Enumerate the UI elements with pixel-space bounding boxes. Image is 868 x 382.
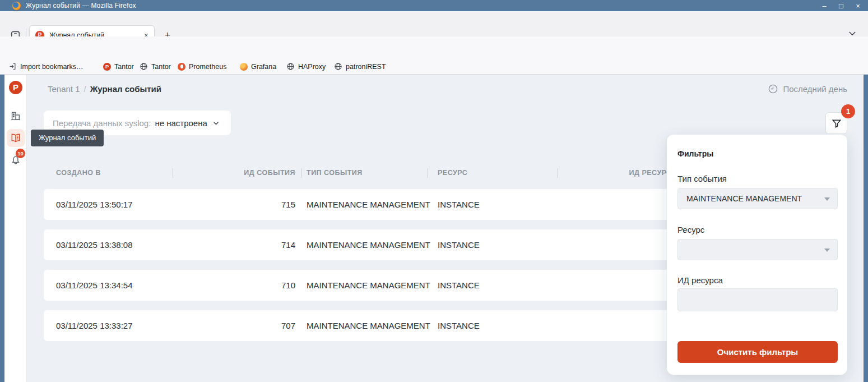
column-separator [301,168,301,178]
cell-resource: INSTANCE [438,189,527,220]
bookmark-label: HAProxy [298,63,326,71]
cell-event-type: MAINTENANCE MANAGEMENT [307,229,435,260]
breadcrumb: Tenant 1 / Журнал событий [48,84,161,94]
desktop-edge-left [0,75,4,382]
cell-event-id: 707 [178,310,295,341]
period-selector[interactable]: Последний день [768,84,847,94]
triangle-down-icon [824,248,830,252]
event-type-value: MAINTENANCE MANAGEMENT [678,188,837,209]
cell-event-type: MAINTENANCE MANAGEMENT [307,310,435,341]
bookmark-label: Import bookmarks… [20,63,83,71]
prometheus-icon [178,63,185,71]
resource-id-input[interactable] [677,288,838,311]
tantor-logo[interactable]: P [9,81,22,94]
tab-bar: P Журнал событий × + [0,11,868,36]
notification-badge: 10 [16,149,25,158]
event-type-select[interactable]: MAINTENANCE MANAGEMENT [677,188,838,209]
bookmark-patronirest[interactable]: patroniREST [334,59,386,74]
resource-id-label: ИД ресурса [677,275,838,285]
funnel-icon [831,118,842,129]
bookmark-label: Grafana [251,63,276,71]
resource-label: Ресурс [677,225,838,234]
window-maximize-button[interactable]: □ [837,2,846,10]
app-sidebar: P 10 [4,75,27,382]
window-titlebar: Журнал событий — Mozilla Firefox – □ × [0,0,868,11]
event-type-label: Тип события [677,174,838,183]
import-icon [8,62,17,71]
cell-event-type: MAINTENANCE MANAGEMENT [307,189,435,220]
column-header-created[interactable]: СОЗДАНО В [56,165,168,181]
firefox-logo-icon [12,2,21,10]
sidebar-tooltip: Журнал событий [31,130,104,146]
syslog-label: Передача данных syslog: [53,118,151,128]
globe-icon [334,62,342,71]
bookmarks-bar: Import bookmarks… P Tantor Tantor Promet… [0,59,868,75]
cell-event-id: 715 [178,189,295,220]
cell-event-type: MAINTENANCE MANAGEMENT [307,270,435,301]
column-header-event-id[interactable]: ИД СОБЫТИЯ [178,165,295,181]
navigation-toolbar: ← → ↻ ⌂ https://education.tantorlabs.ru/… [0,36,868,59]
grafana-icon [240,63,248,71]
cell-created: 03/11/2025 13:34:54 [56,270,168,301]
sidebar-item-tenants[interactable] [10,109,22,122]
cell-created: 03/11/2025 13:50:17 [56,189,168,220]
desktop-edge-right [864,75,868,382]
journal-book-icon [10,132,21,144]
bookmark-label: patroniREST [346,63,386,71]
column-separator [558,168,558,178]
bookmark-haproxy[interactable]: HAProxy [286,59,326,74]
cell-created: 03/11/2025 13:33:27 [56,310,168,341]
window-minimize-button[interactable]: – [820,2,829,10]
bookmark-label: Tantor [114,63,134,71]
column-header-resource[interactable]: РЕСУРС [438,165,527,181]
filter-panel: Фильтры Тип события MAINTENANCE MANAGEME… [667,135,847,375]
building-icon [10,109,22,122]
window-title: Журнал событий — Mozilla Firefox [26,2,136,10]
bookmark-label: Prometheus [189,63,226,71]
bookmark-grafana[interactable]: Grafana [240,59,276,74]
window-close-button[interactable]: × [853,2,862,10]
filter-count-badge: 1 [841,104,855,118]
chevron-down-icon [212,119,220,127]
resource-select[interactable] [677,239,838,260]
bookmark-prometheus[interactable]: Prometheus [178,59,226,74]
bookmark-label: Tantor [151,63,171,71]
bookmark-import[interactable]: Import bookmarks… [8,59,83,74]
column-separator [173,168,173,178]
sidebar-item-events-active[interactable] [7,129,25,147]
clock-icon [768,84,778,94]
tantor-icon: P [103,63,111,71]
clear-filters-button[interactable]: Очистить фильтры [677,341,838,363]
globe-icon [140,62,148,71]
filter-panel-title: Фильтры [677,149,838,158]
cell-event-id: 710 [178,270,295,301]
column-separator [428,168,428,178]
breadcrumb-parent[interactable]: Tenant 1 [48,84,80,94]
syslog-value: не настроена [155,118,207,128]
column-header-event-type[interactable]: ТИП СОБЫТИЯ [307,165,435,181]
globe-icon [286,62,295,71]
period-label: Последний день [783,84,847,94]
column-header-resource-id[interactable]: ИД РЕСУРСА [570,165,677,181]
cell-created: 03/11/2025 13:38:08 [56,229,168,260]
cell-resource: INSTANCE [438,270,527,301]
cell-event-id: 714 [178,229,295,260]
bookmark-tantor-2[interactable]: Tantor [140,59,171,74]
triangle-down-icon [824,197,830,201]
breadcrumb-separator: / [84,84,86,94]
bookmark-tantor-1[interactable]: P Tantor [103,59,134,74]
app-content: P 10 Tenant 1 / Журнал событий Последний… [4,75,864,382]
breadcrumb-current: Журнал событий [90,84,161,94]
cell-resource: INSTANCE [438,310,527,341]
cell-resource: INSTANCE [438,229,527,260]
